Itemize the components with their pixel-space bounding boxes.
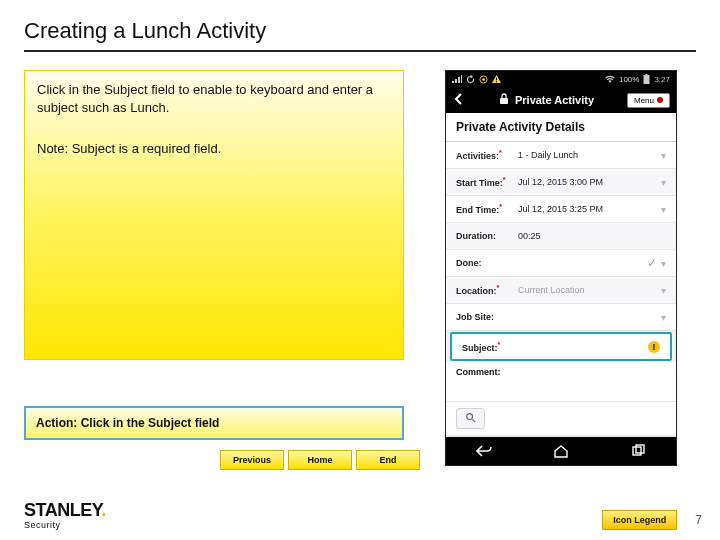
search-chip[interactable] [456, 408, 485, 429]
svg-rect-4 [644, 75, 650, 84]
back-icon[interactable] [452, 92, 466, 108]
chevron-down-icon: ▾ [657, 312, 666, 323]
svg-rect-10 [636, 445, 644, 453]
duration-label: Duration: [456, 231, 518, 241]
location-label: Location: [456, 286, 497, 296]
nav-home-icon[interactable] [541, 444, 581, 458]
chevron-down-icon: ▾ [657, 204, 666, 215]
battery-level: 100% [619, 75, 639, 84]
jobsite-row[interactable]: Job Site: ▾ [446, 304, 676, 331]
clock-time: 3:27 [654, 75, 670, 84]
status-bar: 100% 3:27 [446, 71, 676, 87]
nav-back-icon[interactable] [464, 444, 504, 458]
note-paragraph-1: Click in the Subject field to enable to … [37, 81, 391, 116]
refresh-icon [466, 75, 475, 84]
svg-point-1 [482, 78, 485, 81]
menu-label: Menu [634, 96, 654, 105]
end-button[interactable]: End [356, 450, 420, 470]
note-paragraph-2: Note: Subject is a required field. [37, 140, 391, 158]
duration-value: 00:25 [518, 231, 666, 241]
duration-row: Duration: 00:25 [446, 223, 676, 250]
logo-text: STANLEY [24, 500, 101, 520]
start-time-value: Jul 12, 2015 3:00 PM [518, 177, 657, 187]
svg-rect-6 [500, 98, 508, 104]
location-placeholder: Current Location [518, 285, 657, 295]
warning-icon [492, 75, 501, 84]
chevron-down-icon: ▾ [657, 177, 666, 188]
jobsite-label: Job Site: [456, 312, 518, 322]
logo-subtext: Security [24, 521, 106, 530]
end-time-value: Jul 12, 2015 3:25 PM [518, 204, 657, 214]
brand-logo: STANLEY. Security [24, 501, 106, 530]
comment-label: Comment: [456, 367, 501, 377]
end-time-label: End Time: [456, 205, 499, 215]
wifi-icon [605, 75, 615, 83]
end-time-row[interactable]: End Time:* Jul 12, 2015 3:25 PM ▾ [446, 196, 676, 223]
svg-line-8 [472, 419, 475, 422]
instruction-note: Click in the Subject field to enable to … [24, 70, 404, 360]
lock-icon [499, 93, 509, 107]
svg-rect-5 [646, 74, 648, 75]
activities-label: Activities: [456, 151, 499, 161]
notification-dot-icon [657, 97, 663, 103]
android-nav-bar [446, 437, 676, 465]
home-button[interactable]: Home [288, 450, 352, 470]
start-time-row[interactable]: Start Time:* Jul 12, 2015 3:00 PM ▾ [446, 169, 676, 196]
svg-rect-9 [633, 447, 641, 455]
svg-rect-2 [496, 77, 497, 80]
activities-value: 1 - Daily Lunch [518, 150, 657, 160]
magnifier-icon [465, 412, 476, 425]
battery-icon [643, 74, 650, 84]
previous-button[interactable]: Previous [220, 450, 284, 470]
app-bar: Private Activity Menu [446, 87, 676, 113]
chevron-down-icon: ▾ [657, 285, 666, 296]
check-icon: ✓ [647, 256, 657, 270]
subject-row[interactable]: Subject:* ! [450, 332, 672, 361]
signal-icon [452, 75, 462, 83]
page-number: 7 [695, 513, 702, 527]
nav-recent-icon[interactable] [618, 444, 658, 458]
svg-rect-3 [496, 81, 497, 82]
target-icon [479, 75, 488, 84]
comment-row[interactable]: Comment: [446, 362, 676, 402]
done-row[interactable]: Done: ✓ ▾ [446, 250, 676, 277]
section-header: Private Activity Details [446, 113, 676, 142]
activities-row[interactable]: Activities:* 1 - Daily Lunch ▾ [446, 142, 676, 169]
chevron-down-icon: ▾ [657, 258, 666, 269]
app-title: Private Activity [515, 94, 594, 106]
page-title: Creating a Lunch Activity [24, 18, 696, 52]
nav-controls: Previous Home End [24, 450, 429, 470]
action-bar: Action: Click in the Subject field [24, 406, 404, 440]
done-label: Done: [456, 258, 518, 268]
menu-button[interactable]: Menu [627, 93, 670, 108]
subject-label: Subject: [462, 343, 498, 353]
svg-point-7 [467, 414, 473, 420]
phone-mock: 100% 3:27 Private Activity [445, 70, 677, 466]
search-row [446, 402, 676, 435]
location-row[interactable]: Location:* Current Location ▾ [446, 277, 676, 304]
warning-badge-icon: ! [648, 341, 660, 353]
icon-legend-button[interactable]: Icon Legend [602, 510, 677, 530]
start-time-label: Start Time: [456, 178, 503, 188]
chevron-down-icon: ▾ [657, 150, 666, 161]
